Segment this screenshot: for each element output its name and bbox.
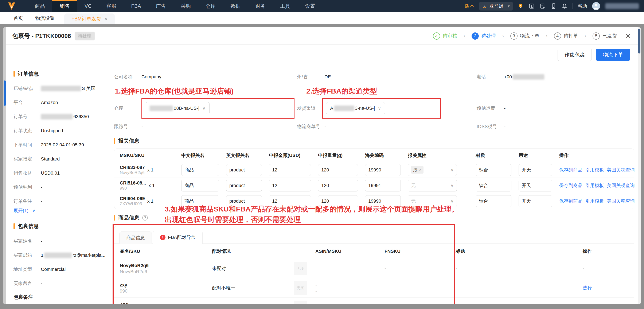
platform-row: 平台 Amazon — [14, 100, 106, 105]
hs-code-input[interactable]: 19990 — [365, 164, 401, 176]
version-label[interactable]: 版本 — [465, 3, 474, 9]
nav-item-service[interactable]: 客服 — [99, 0, 124, 12]
svg-text:a: a — [484, 4, 486, 7]
expand-link[interactable]: 展开(1) ∨ — [14, 208, 36, 214]
logistics-order-button[interactable]: 物流下单 — [596, 49, 630, 61]
annotation-3: 3.如果赛狐商品SKU和FBA产品存在未配对或一配多的情况，则展示这个页面提醒用… — [165, 204, 634, 225]
bulb-icon[interactable] — [518, 3, 524, 9]
tab-fba-mismatch[interactable]: ! FBA配对异常 — [153, 231, 202, 244]
question-circle-icon[interactable]: ? — [142, 215, 148, 221]
no-image-placeholder: 无图 — [294, 281, 307, 295]
us-tariff-link[interactable]: 美国关税查询 — [607, 198, 635, 204]
package-info-title: 包裹信息 — [14, 223, 106, 230]
save-to-product-link[interactable]: 保存到商品 — [559, 198, 582, 204]
step-processing: 2 待处理 — [472, 32, 496, 40]
nav-item-finance[interactable]: 财务 — [248, 0, 273, 12]
usage-input[interactable]: 开天 — [518, 180, 552, 191]
document-icon[interactable] — [540, 3, 546, 9]
store-selector[interactable]: a 亚马逊 ▾ — [479, 2, 513, 10]
tracking-cell: 跟踪号 - — [114, 123, 297, 130]
en-name-input[interactable]: product — [226, 164, 262, 176]
save-to-product-link[interactable]: 保存到商品 — [559, 182, 582, 189]
nav-item-products[interactable]: 商品 — [28, 0, 52, 12]
declare-weight-input[interactable]: 120 — [318, 164, 358, 176]
mobile-icon[interactable] — [550, 3, 556, 9]
left-scrollbar-thumb[interactable] — [4, 80, 6, 106]
modal-header: 包裹号 - P1TKK00008 待处理 ✓ 待审核 › 2 待处理 › 3 物… — [3, 27, 641, 45]
amazon-icon: a — [482, 3, 487, 9]
hs-code-input[interactable]: 19991 — [365, 180, 401, 191]
buyer-email-row: 买家邮箱 1rz@marketpla... — [14, 253, 106, 258]
left-scrollbar[interactable] — [3, 27, 6, 304]
material-input[interactable]: 钛合 — [476, 180, 512, 191]
nav-item-vc[interactable]: VC — [77, 0, 99, 12]
nav-item-settings[interactable]: 设置 — [298, 0, 322, 12]
nav-item-purchase[interactable]: 采购 — [173, 0, 198, 12]
no-image-placeholder: 无图 — [294, 301, 307, 304]
choose-link[interactable]: 选择 — [583, 285, 628, 291]
product-row: NovyBoR2q6NovyBoR2q6 未配对 无图 -- - - - — [114, 259, 634, 278]
tag-remove-icon[interactable]: × — [419, 168, 422, 172]
declare-weight-input[interactable]: 120 — [318, 180, 358, 191]
right-scrollbar[interactable] — [638, 27, 641, 304]
cn-name-input[interactable]: 商品 — [181, 164, 219, 176]
order-status-row: 订单状态 Unshipped — [14, 128, 106, 134]
us-tariff-link[interactable]: 美国关税查询 — [607, 182, 635, 189]
annotation-2: 2.选择FBA的渠道类型 — [306, 86, 377, 96]
save-to-product-link[interactable]: 保存到商品 — [559, 167, 582, 173]
customs-table-header: MSKU/SKU中文报关名 英文报关名申报金额(USD) 申报重量(g)海关编码… — [114, 149, 634, 162]
package-note-label: 包裹备注 — [14, 294, 106, 300]
nav-item-data[interactable]: 数据 — [223, 0, 248, 12]
usage-input[interactable]: 开天 — [518, 164, 552, 176]
tab-product-info[interactable]: 商品信息 — [119, 232, 152, 244]
nav-item-warehouse[interactable]: 仓库 — [198, 0, 223, 12]
material-input[interactable]: 钛合 — [476, 164, 512, 176]
package-id: P1TKK00008 — [35, 33, 71, 39]
tab-home[interactable]: 首页 — [8, 12, 29, 24]
screen: 商品 销售 VC 客服 FBA 广告 采购 仓库 数据 财务 工具 设置 版本 … — [0, 0, 644, 309]
tab-logistics-settings[interactable]: 物流设置 — [29, 12, 60, 24]
tab-fbm-order-ship[interactable]: FBM订单发货 × — [64, 13, 115, 24]
help-link[interactable]: 帮助 — [578, 3, 587, 9]
fox-logo-icon[interactable] — [7, 1, 16, 11]
chevron-down-icon: ▾ — [508, 3, 510, 9]
use-template-link[interactable]: 引用模板 — [586, 198, 604, 204]
warehouse-highlight-box: 08B-na-US-| ∨ — [142, 98, 294, 119]
product-table-header: 品名/SKU 配对情况 ASIN/MSKU FNSKU 标题 操作 — [114, 244, 634, 259]
us-tariff-link[interactable]: 美国关税查询 — [607, 167, 635, 173]
nav-item-tools[interactable]: 工具 — [273, 0, 298, 12]
username-redacted — [605, 3, 639, 9]
step-arrow-icon: › — [546, 33, 548, 39]
customs-attr-select[interactable]: 无 ∨ — [408, 180, 457, 191]
modal-close-icon[interactable]: ✕ — [625, 33, 631, 39]
en-name-input[interactable]: product — [226, 180, 262, 191]
customs-row: CRI516-08...990x 1 商品 product 12 120 199… — [114, 178, 634, 193]
bell-icon[interactable] — [562, 3, 568, 9]
right-scrollbar-thumb[interactable] — [638, 29, 640, 53]
cn-name-input[interactable]: 商品 — [181, 180, 219, 191]
declare-amount-input[interactable]: 12 — [269, 164, 311, 176]
buyer-message-row: 买家留言 - — [14, 281, 106, 286]
status-badge: 待处理 — [75, 32, 95, 40]
declare-amount-input[interactable]: 12 — [269, 180, 311, 191]
nav-item-ads[interactable]: 广告 — [148, 0, 173, 12]
avatar[interactable] — [592, 2, 600, 10]
nav-item-fba[interactable]: FBA — [124, 0, 148, 12]
order-note-row: 订单备注 - — [14, 199, 106, 204]
nav-item-sales[interactable]: 销售 — [52, 0, 77, 12]
warehouse-select[interactable]: 08B-na-US-| ∨ — [146, 102, 210, 114]
use-template-link[interactable]: 引用模板 — [586, 182, 604, 189]
order-info-title: 订单信息 — [14, 70, 106, 77]
customs-attr-select[interactable]: 液× ∨ — [408, 164, 457, 176]
close-icon[interactable]: × — [104, 16, 108, 22]
state-cell: 州/省 DE — [297, 74, 476, 80]
product-row: ZXYZXYWU003 未配对 无图 -- - - - — [114, 298, 634, 304]
ioss-cell: IOSS税号 - — [476, 123, 634, 130]
phone-cell: 电话 +00 — [476, 74, 634, 80]
annotation-row: 1.选择FBA的仓库(也就是亚马逊店铺) 2.选择FBA的渠道类型 — [114, 86, 634, 96]
download-icon[interactable] — [529, 3, 534, 9]
store-site-row: 店铺/站点 S 美国 — [14, 86, 106, 91]
use-template-link[interactable]: 引用模板 — [586, 167, 604, 173]
void-package-button[interactable]: 作废包裹 — [558, 49, 592, 61]
channel-select[interactable]: A 3-na-US-| ∨ — [326, 102, 385, 114]
